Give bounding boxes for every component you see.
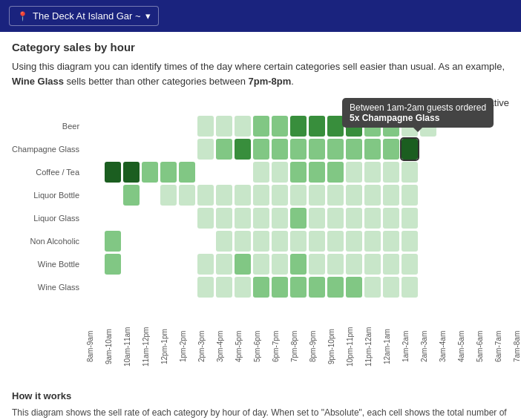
table-row[interactable] — [216, 231, 232, 252]
table-row[interactable] — [235, 277, 251, 298]
table-row[interactable] — [346, 162, 362, 183]
table-row[interactable] — [309, 139, 325, 160]
table-row[interactable] — [123, 277, 140, 298]
table-row[interactable] — [290, 254, 307, 275]
table-row[interactable] — [123, 139, 140, 160]
table-row[interactable] — [253, 208, 269, 229]
table-row[interactable] — [235, 208, 251, 229]
table-row[interactable] — [346, 277, 362, 298]
table-row[interactable] — [494, 185, 511, 206]
table-row[interactable] — [105, 277, 121, 298]
table-row[interactable] — [179, 277, 195, 298]
table-row[interactable] — [327, 277, 344, 298]
table-row[interactable] — [216, 185, 232, 206]
table-row[interactable] — [327, 185, 344, 206]
table-row[interactable] — [123, 208, 140, 229]
table-row[interactable] — [235, 116, 251, 137]
table-row[interactable] — [346, 231, 362, 252]
table-row[interactable] — [309, 208, 325, 229]
table-row[interactable] — [402, 208, 418, 229]
table-row[interactable] — [513, 116, 521, 137]
table-row[interactable] — [272, 162, 288, 183]
table-row[interactable] — [216, 162, 232, 183]
table-row[interactable] — [420, 231, 436, 252]
table-row[interactable] — [179, 162, 195, 183]
table-row[interactable] — [420, 116, 436, 137]
table-row[interactable] — [476, 139, 492, 160]
table-row[interactable] — [290, 231, 307, 252]
table-row[interactable] — [290, 185, 307, 206]
table-row[interactable] — [513, 208, 521, 229]
table-row[interactable] — [86, 116, 102, 137]
table-row[interactable] — [327, 139, 344, 160]
table-row[interactable] — [86, 254, 102, 275]
table-row[interactable] — [457, 185, 474, 206]
table-row[interactable] — [160, 162, 177, 183]
table-row[interactable] — [457, 208, 474, 229]
table-row[interactable] — [272, 277, 288, 298]
table-row[interactable] — [476, 185, 492, 206]
table-row[interactable] — [216, 277, 232, 298]
table-row[interactable] — [513, 254, 521, 275]
table-row[interactable] — [402, 162, 418, 183]
table-row[interactable] — [160, 254, 177, 275]
table-row[interactable] — [105, 116, 121, 137]
table-row[interactable] — [327, 116, 344, 137]
table-row[interactable] — [364, 139, 381, 160]
table-row[interactable] — [327, 162, 344, 183]
table-row[interactable] — [290, 116, 307, 137]
table-row[interactable] — [105, 208, 121, 229]
table-row[interactable] — [160, 277, 177, 298]
table-row[interactable] — [290, 208, 307, 229]
table-row[interactable] — [402, 139, 418, 160]
table-row[interactable] — [86, 139, 102, 160]
table-row[interactable] — [494, 254, 511, 275]
table-row[interactable] — [123, 254, 140, 275]
table-row[interactable] — [216, 139, 232, 160]
table-row[interactable] — [86, 208, 102, 229]
table-row[interactable] — [309, 185, 325, 206]
table-row[interactable] — [513, 185, 521, 206]
table-row[interactable] — [457, 139, 474, 160]
table-row[interactable] — [364, 277, 381, 298]
table-row[interactable] — [272, 139, 288, 160]
table-row[interactable] — [309, 231, 325, 252]
table-row[interactable] — [197, 277, 214, 298]
table-row[interactable] — [197, 208, 214, 229]
table-row[interactable] — [439, 231, 455, 252]
table-row[interactable] — [290, 162, 307, 183]
table-row[interactable] — [179, 139, 195, 160]
table-row[interactable] — [439, 139, 455, 160]
table-row[interactable] — [142, 277, 158, 298]
table-row[interactable] — [383, 254, 399, 275]
table-row[interactable] — [179, 231, 195, 252]
table-row[interactable] — [494, 277, 511, 298]
table-row[interactable] — [420, 254, 436, 275]
table-row[interactable] — [476, 208, 492, 229]
table-row[interactable] — [346, 208, 362, 229]
table-row[interactable] — [402, 277, 418, 298]
table-row[interactable] — [439, 277, 455, 298]
relative-radio[interactable] — [461, 98, 471, 108]
table-row[interactable] — [439, 162, 455, 183]
table-row[interactable] — [383, 231, 399, 252]
table-row[interactable] — [179, 254, 195, 275]
table-row[interactable] — [105, 254, 121, 275]
table-row[interactable] — [235, 231, 251, 252]
table-row[interactable] — [457, 254, 474, 275]
table-row[interactable] — [179, 208, 195, 229]
table-row[interactable] — [253, 185, 269, 206]
table-row[interactable] — [494, 231, 511, 252]
table-row[interactable] — [197, 116, 214, 137]
table-row[interactable] — [197, 185, 214, 206]
table-row[interactable] — [383, 116, 399, 137]
table-row[interactable] — [494, 139, 511, 160]
table-row[interactable] — [272, 231, 288, 252]
table-row[interactable] — [439, 116, 455, 137]
table-row[interactable] — [327, 254, 344, 275]
table-row[interactable] — [309, 162, 325, 183]
table-row[interactable] — [142, 254, 158, 275]
table-row[interactable] — [420, 139, 436, 160]
table-row[interactable] — [86, 185, 102, 206]
table-row[interactable] — [123, 162, 140, 183]
